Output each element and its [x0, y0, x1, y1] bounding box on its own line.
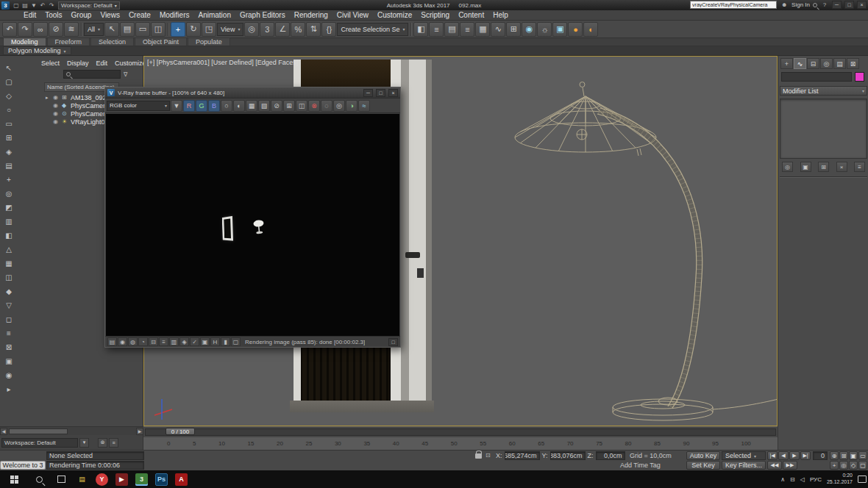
menu-item[interactable]: Tools — [40, 10, 66, 21]
menu-item[interactable]: Modifiers — [155, 10, 194, 21]
toggle-layer-explorer-icon[interactable]: ≡ — [460, 22, 474, 37]
save-file-icon[interactable]: ▦ — [246, 100, 257, 112]
ribbon-tool-icon[interactable]: ○ — [3, 104, 15, 115]
bind-spacewarp-icon[interactable]: ≋ — [64, 22, 79, 37]
display-tab[interactable]: ▤ — [833, 58, 846, 69]
unlink-icon[interactable]: ⊘ — [49, 22, 63, 37]
show-end-result-icon[interactable]: ▣ — [800, 162, 811, 172]
redo-icon[interactable]: ↷ — [18, 22, 32, 37]
visibility-eye-icon[interactable]: ◉ — [53, 118, 60, 125]
explorer-search-input[interactable] — [63, 70, 121, 79]
ribbon-tool-icon[interactable]: ≡ — [3, 327, 15, 339]
track-bar[interactable]: 0510152025303540455055606570758085909510… — [143, 437, 778, 450]
scroll-left-icon[interactable]: ◀ — [0, 428, 7, 435]
menu-item[interactable]: Scripting — [416, 10, 454, 21]
workspace-selector[interactable]: Workspace: Default — [1, 438, 78, 448]
menu-item[interactable]: Customize — [373, 10, 416, 21]
zoom-region-button[interactable]: ▭ — [858, 451, 867, 460]
material-editor-icon[interactable]: ◉ — [522, 22, 536, 37]
percent-snap-icon[interactable]: % — [291, 22, 305, 37]
modify-tab[interactable]: ∿ — [794, 58, 806, 69]
select-by-name-icon[interactable]: ▤ — [120, 22, 135, 37]
help-icon[interactable]: ? — [820, 1, 829, 9]
ribbon-tool-icon[interactable]: ▤ — [3, 159, 15, 171]
menu-item[interactable]: Edit — [19, 10, 40, 21]
save-image-icon[interactable]: ▼ — [171, 100, 182, 112]
absolute-mode-icon[interactable]: ⊡ — [485, 452, 491, 459]
current-frame-field[interactable]: 0 — [813, 451, 828, 460]
ribbon-tab[interactable]: Modeling — [3, 37, 46, 46]
taskbar-search-button[interactable] — [28, 470, 50, 488]
previous-key-button[interactable]: ◀◀ — [767, 461, 782, 470]
ribbon-tab[interactable]: Object Paint — [135, 37, 187, 46]
search-icon[interactable] — [813, 3, 817, 7]
named-selection-dropdown[interactable]: Create Selection Se ▾ — [337, 23, 408, 36]
vfb-status-icon[interactable]: ▮ — [221, 337, 230, 346]
clock[interactable]: 0:20 25.12.2017 — [827, 473, 853, 486]
explorer-menu-item[interactable]: Select — [38, 60, 63, 67]
select-scale-icon[interactable]: ◳ — [202, 22, 216, 37]
gear-icon[interactable]: ⊛ — [98, 438, 107, 448]
ribbon-tab[interactable]: Selection — [90, 37, 134, 46]
new-scene-icon[interactable]: ▢ — [12, 1, 21, 10]
select-link-icon[interactable]: ∞ — [33, 22, 48, 37]
menu-item[interactable]: Rendering — [290, 10, 332, 21]
polygon-modeling-panel[interactable]: Polygon Modeling ▾ — [3, 46, 71, 55]
hierarchy-tab[interactable]: ⊟ — [807, 58, 819, 69]
vfb-status-icon[interactable]: ◍ — [128, 337, 138, 346]
ribbon-tool-icon[interactable]: ◆ — [3, 285, 15, 297]
ribbon-tool-icon[interactable]: ◎ — [3, 187, 15, 199]
region-render-icon[interactable]: ◌ — [321, 100, 332, 112]
duplicate-buffer-icon[interactable]: ⊞ — [283, 100, 295, 112]
vfb-status-icon[interactable]: ≡ — [159, 337, 168, 346]
window-crossing-icon[interactable]: ◫ — [151, 22, 166, 37]
explorer-horizontal-scrollbar[interactable]: ◀ ▶ — [0, 426, 143, 435]
start-button[interactable] — [0, 470, 28, 488]
orbit-button[interactable]: ◎ — [839, 461, 848, 470]
menu-item[interactable]: Help — [488, 10, 513, 21]
vfb-status-icon[interactable]: ▣ — [200, 337, 210, 346]
action-center-icon[interactable] — [858, 476, 867, 483]
vfb-minimize-button[interactable]: ─ — [363, 89, 373, 97]
ribbon-tool-icon[interactable]: ◻ — [3, 313, 15, 325]
ribbon-tool-icon[interactable]: ▦ — [3, 257, 15, 269]
minimize-button[interactable]: ─ — [832, 1, 842, 9]
lens-effects-icon[interactable]: ≈ — [358, 100, 370, 112]
chevron-down-icon[interactable]: ▾ — [79, 438, 89, 448]
vfb-status-icon[interactable]: H — [210, 337, 220, 346]
taskbar-app-button[interactable]: ▤ — [72, 470, 92, 488]
scrollbar-thumb[interactable] — [9, 428, 68, 434]
render-production-icon[interactable]: ● — [568, 22, 583, 37]
ribbon-tool-icon[interactable]: ▥ — [3, 215, 15, 227]
toggle-ribbon-icon[interactable]: ▦ — [475, 22, 490, 37]
sign-in-link[interactable]: Sign In — [791, 1, 810, 8]
explorer-menu-item[interactable]: Display — [64, 60, 92, 67]
vfb-status-icon[interactable]: ◈ — [179, 337, 189, 346]
ribbon-tool-icon[interactable]: △ — [3, 243, 15, 255]
volume-icon[interactable]: ◁ — [800, 476, 805, 483]
close-button[interactable]: × — [857, 1, 867, 9]
undo-icon[interactable]: ↶ — [2, 22, 17, 37]
ribbon-tool-icon[interactable]: ▣ — [3, 355, 15, 367]
object-color-swatch[interactable] — [855, 72, 864, 82]
ribbon-tool-icon[interactable]: ▭ — [3, 118, 15, 129]
edit-named-selection-icon[interactable]: {} — [321, 22, 336, 37]
vfb-status-icon[interactable]: ▤ — [107, 337, 117, 346]
ribbon-tab[interactable]: Freeform — [47, 37, 90, 46]
vfb-status-icon[interactable]: ◔ — [138, 337, 148, 346]
ribbon-tool-icon[interactable]: ◇ — [3, 90, 15, 101]
time-slider[interactable]: 0 / 100 — [143, 426, 778, 437]
modifier-list-dropdown[interactable]: Modifier List ▾ — [780, 86, 867, 96]
monochrome-icon[interactable]: ◐ — [233, 100, 245, 112]
task-view-button[interactable] — [50, 470, 72, 488]
vfb-maximize-button[interactable]: □ — [376, 89, 385, 97]
object-name-field[interactable] — [781, 72, 852, 82]
vfb-render-canvas[interactable] — [106, 114, 399, 336]
taskbar-app-button[interactable]: ▶ — [112, 470, 132, 488]
load-file-icon[interactable]: ▧ — [258, 100, 270, 112]
ribbon-tool-icon[interactable]: ◈ — [3, 146, 15, 157]
scroll-right-icon[interactable]: ▶ — [136, 428, 143, 435]
key-mode-dropdown[interactable]: Selected ▾ — [722, 451, 766, 460]
explorer-menu-item[interactable]: Edit — [93, 60, 111, 67]
auto-key-button[interactable]: Auto Key — [686, 451, 720, 460]
